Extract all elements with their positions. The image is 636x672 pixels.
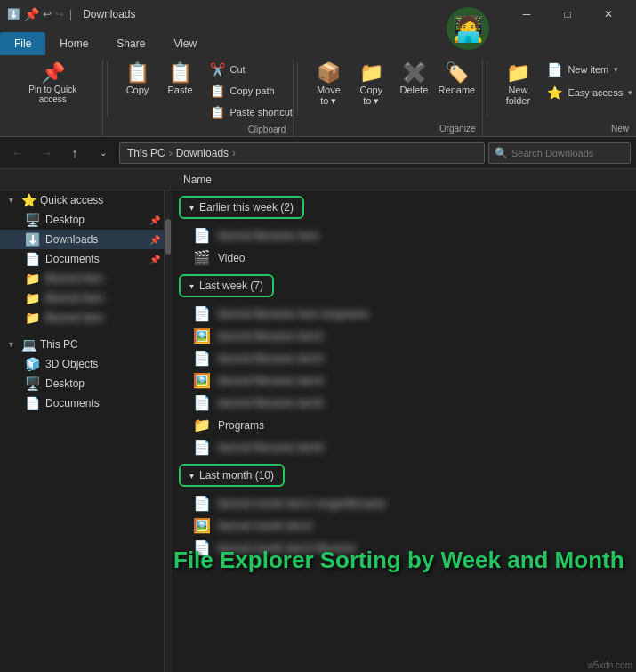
ribbon-new-items-col: 📄 New item ▾ ⭐ Easy access ▾ — [541, 59, 636, 103]
back-button[interactable]: ← — [5, 141, 30, 166]
sidebar-item-desktop[interactable]: 🖥️ Desktop 📌 — [0, 210, 164, 230]
ribbon-pin-content: 📌 Pin to Quick access — [11, 59, 95, 132]
easy-access-label: Easy access — [568, 87, 623, 98]
file-item-blurred-w2[interactable]: 🖼️ blurred filename item2 — [172, 325, 636, 347]
new-item-button[interactable]: 📄 New item ▾ — [541, 59, 636, 80]
copy-button[interactable]: 📋 Copy — [118, 59, 157, 100]
tab-share[interactable]: Share — [102, 32, 159, 55]
ribbon-pin-group: 📌 Pin to Quick access — [4, 59, 103, 136]
file-list: ▾ Earlier this week (2) 📄 blurred filena… — [172, 190, 636, 672]
maximize-button[interactable]: □ — [547, 0, 588, 28]
paste-button[interactable]: 📋 Paste — [161, 59, 200, 100]
paste-shortcut-button[interactable]: 📋 Paste shortcut — [204, 101, 299, 123]
rename-button[interactable]: 🏷️ Rename — [437, 59, 476, 100]
file-name-w3: blurred filename item3 — [218, 352, 396, 365]
new-item-label: New item — [568, 64, 608, 75]
search-bar[interactable]: 🔍 — [488, 142, 631, 164]
documents-label: Documents — [45, 253, 100, 265]
file-item-blurred-w5[interactable]: 📄 blurred filename item5 — [172, 392, 636, 414]
redo-icon[interactable]: ↪ — [55, 8, 64, 20]
file-item-blurred-m2[interactable]: 🖼️ blurred month item2 — [172, 514, 636, 537]
sidebar-this-pc-header[interactable]: ▼ 💻 This PC — [0, 335, 164, 354]
search-input[interactable] — [511, 148, 624, 158]
move-to-button[interactable]: 📦 Moveto ▾ — [309, 59, 348, 111]
copy-to-label: Copyto ▾ — [360, 85, 383, 107]
copy-path-button[interactable]: 📋 Copy path — [204, 80, 299, 101]
file-name-w1: blurred filename here longname — [218, 308, 396, 320]
file-item-blurred-w3[interactable]: 📄 blurred filename item3 — [172, 347, 636, 369]
title-bar-icons: ⬇️ 📌 ↩ ↪ | — [7, 7, 74, 21]
close-button[interactable]: ✕ — [588, 0, 629, 28]
file-item-blurred-w4[interactable]: 🖼️ blurred filename item4 — [172, 369, 636, 392]
sidebar-item-3d-objects[interactable]: 🧊 3D Objects — [0, 354, 164, 374]
sidebar-item-desktop-pc[interactable]: 🖥️ Desktop — [0, 374, 164, 393]
group-header-last-week[interactable]: ▾ Last week (7) — [172, 269, 636, 303]
blurred-icon-3: 📁 — [25, 311, 40, 325]
undo-icon[interactable]: ↩ — [43, 8, 52, 20]
sidebar-item-blurred-3[interactable]: 📁 Blurred Item — [0, 308, 164, 328]
new-folder-icon: 📁 — [506, 63, 530, 83]
tab-home[interactable]: Home — [45, 32, 102, 55]
forward-button[interactable]: → — [34, 141, 59, 166]
ribbon-new-content: 📁 Newfolder 📄 New item ▾ ⭐ Easy access ▾ — [498, 59, 629, 122]
address-path[interactable]: This PC › Downloads › — [119, 142, 485, 164]
desktop-pc-icon: 🖥️ — [25, 376, 40, 391]
sidebar-item-blurred-1[interactable]: 📁 Blurred Item — [0, 269, 164, 288]
sidebar: ▼ ⭐ Quick access 🖥️ Desktop 📌 ⬇️ Downloa… — [0, 190, 165, 672]
path-arrow-1: › — [169, 147, 173, 159]
move-to-icon: 📦 — [317, 63, 341, 83]
window-icon: ⬇️ — [7, 8, 20, 20]
desktop-label: Desktop — [45, 214, 85, 226]
tab-view[interactable]: View — [159, 32, 211, 55]
new-folder-button[interactable]: 📁 Newfolder — [498, 59, 537, 110]
sidebar-item-downloads[interactable]: ⬇️ Downloads 📌 — [0, 230, 164, 249]
last-week-chevron: ▾ — [189, 281, 194, 291]
delete-button[interactable]: ✖️ Delete — [394, 59, 433, 100]
main-layout: ▼ ⭐ Quick access 🖥️ Desktop 📌 ⬇️ Downloa… — [0, 190, 636, 672]
file-item-video[interactable]: 🎬 Video — [172, 247, 636, 269]
up-button[interactable]: ↑ — [62, 141, 87, 166]
sidebar-scrollbar-thumb[interactable] — [165, 219, 171, 255]
new-item-icon: 📄 — [547, 62, 562, 77]
ribbon-clipboard-group: 📋 Copy 📋 Paste ✂️ Cut 📋 Copy path 📋 — [111, 59, 294, 136]
video-label: Video — [218, 252, 245, 264]
copy-to-button[interactable]: 📁 Copyto ▾ — [351, 59, 390, 111]
sidebar-scrollbar[interactable] — [165, 190, 172, 672]
sidebar-item-documents-pc[interactable]: 📄 Documents — [0, 393, 164, 413]
sidebar-item-documents[interactable]: 📄 Documents 📌 — [0, 249, 164, 269]
file-icon-w4: 🖼️ — [193, 372, 211, 389]
minimize-button[interactable]: ─ — [506, 0, 547, 28]
blurred-label-3: Blurred Item — [45, 312, 103, 324]
quick-access-chevron: ▼ — [7, 196, 18, 205]
path-this-pc[interactable]: This PC — [127, 147, 165, 159]
blurred-icon-2: 📁 — [25, 291, 40, 305]
pin-to-quick-access-button[interactable]: 📌 Pin to Quick access — [11, 59, 95, 109]
cut-button[interactable]: ✂️ Cut — [204, 59, 299, 80]
file-item-programs[interactable]: 📁 Programs — [172, 414, 636, 436]
group-header-earlier[interactable]: ▾ Earlier this week (2) — [172, 190, 636, 224]
rename-icon: 🏷️ — [445, 63, 469, 83]
group-header-last-month[interactable]: ▾ Last month (10) — [172, 458, 636, 492]
this-pc-label: This PC — [40, 338, 78, 351]
recent-button[interactable]: ⌄ — [91, 141, 116, 166]
file-name-blurred-e1: blurred filename here — [218, 230, 396, 242]
sidebar-item-blurred-2[interactable]: 📁 Blurred Item — [0, 288, 164, 308]
tab-file[interactable]: File — [0, 32, 45, 55]
file-item-blurred-m3[interactable]: 📄 blurred month item3 filename — [172, 537, 636, 559]
ribbon-cut-col: ✂️ Cut 📋 Copy path 📋 Paste shortcut — [204, 59, 299, 123]
path-downloads[interactable]: Downloads — [176, 147, 229, 159]
watermark: w5xdn.com — [587, 660, 632, 670]
programs-label: Programs — [218, 419, 264, 432]
file-item-blurred-m1[interactable]: 📄 blurred month item1 longerfilename — [172, 492, 636, 514]
file-icon-m3: 📄 — [193, 539, 211, 556]
easy-access-icon: ⭐ — [547, 85, 562, 100]
sidebar-quick-access-header[interactable]: ▼ ⭐ Quick access — [0, 190, 164, 210]
path-arrow-2: › — [232, 147, 236, 159]
ribbon: 📌 Pin to Quick access 📋 Copy 📋 Paste ✂️ — [0, 55, 636, 137]
quick-access-icon: 📌 — [24, 7, 39, 21]
file-name-w4: blurred filename item4 — [218, 375, 396, 387]
file-item-blurred-w1[interactable]: 📄 blurred filename here longname — [172, 303, 636, 325]
file-item-blurred-e1[interactable]: 📄 blurred filename here — [172, 224, 636, 247]
easy-access-button[interactable]: ⭐ Easy access ▾ — [541, 82, 636, 103]
file-item-blurred-w6[interactable]: 📄 blurred filename item6 — [172, 436, 636, 458]
